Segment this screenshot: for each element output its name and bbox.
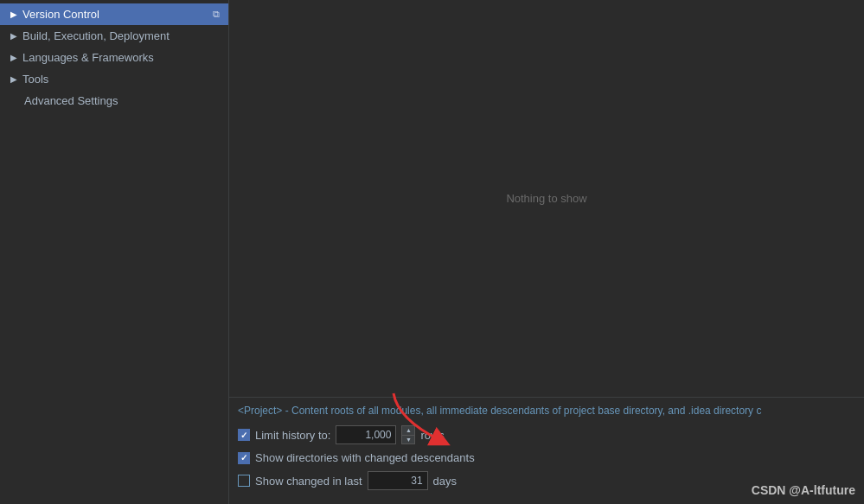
rows-label: rows	[420, 429, 444, 442]
show-changed-label: Show changed in last	[255, 475, 362, 488]
arrow-icon: ▶	[10, 74, 17, 84]
sidebar-item-label: Version Control	[22, 8, 99, 21]
limit-history-spinner[interactable]: ▲ ▼	[401, 425, 415, 444]
sidebar-item-label: Build, Execution, Deployment	[22, 29, 170, 42]
window-icon: ⧉	[213, 9, 220, 20]
sidebar-item-label: Tools	[22, 73, 48, 86]
arrow-icon: ▶	[10, 31, 17, 41]
show-directories-checkbox[interactable]	[238, 452, 250, 464]
spinner-down-button[interactable]: ▼	[402, 436, 414, 444]
project-path: <Project> - Content roots of all modules…	[238, 405, 855, 417]
show-changed-checkbox-container[interactable]	[238, 475, 250, 487]
sidebar-item-label: Advanced Settings	[24, 94, 118, 107]
arrow-icon: ▶	[10, 53, 17, 62]
limit-history-label: Limit history to:	[255, 429, 330, 442]
sidebar-item-tools[interactable]: ▶ Tools	[0, 68, 228, 90]
limit-history-row: Limit history to: ▲ ▼ rows	[238, 425, 855, 444]
sidebar-item-build-execution[interactable]: ▶ Build, Execution, Deployment	[0, 25, 228, 47]
nothing-to-show-label: Nothing to show	[506, 192, 586, 205]
main-content: Nothing to show <Project> - Content root…	[229, 0, 864, 504]
limit-history-input[interactable]	[336, 425, 396, 444]
limit-history-checkbox[interactable]	[238, 429, 250, 441]
sidebar-item-version-control[interactable]: ▶ Version Control ⧉	[0, 3, 228, 25]
arrow-icon: ▶	[10, 10, 17, 19]
sidebar-item-advanced-settings[interactable]: Advanced Settings	[0, 90, 228, 112]
sidebar: ▶ Version Control ⧉ ▶ Build, Execution, …	[0, 0, 229, 504]
spinner-up-button[interactable]: ▲	[402, 426, 414, 436]
content-area: Nothing to show	[229, 0, 864, 397]
show-directories-row: Show directories with changed descendant…	[238, 451, 855, 464]
show-directories-label: Show directories with changed descendant…	[255, 451, 475, 464]
sidebar-item-label: Languages & Frameworks	[22, 51, 154, 64]
show-directories-checkbox-container[interactable]	[238, 452, 250, 464]
show-changed-checkbox[interactable]	[238, 475, 250, 487]
show-changed-input[interactable]	[368, 471, 428, 490]
watermark: CSDN @A-ltfuture	[752, 483, 855, 497]
days-label: days	[433, 475, 457, 488]
limit-history-checkbox-container[interactable]	[238, 429, 250, 441]
sidebar-item-languages-frameworks[interactable]: ▶ Languages & Frameworks	[0, 47, 228, 68]
